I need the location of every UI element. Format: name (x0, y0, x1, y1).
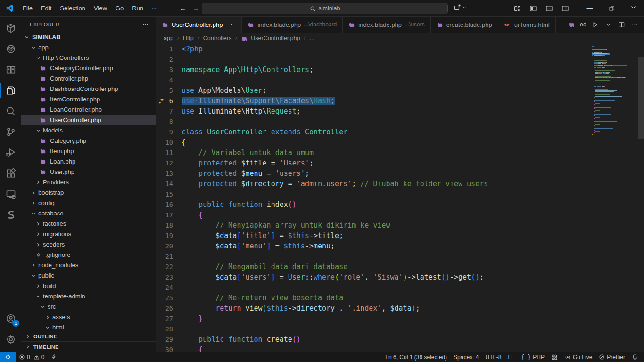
tree-item-controller.php[interactable]: Controller.php (21, 74, 156, 84)
ports-grid-icon[interactable] (548, 352, 561, 362)
activity-monkey-icon[interactable] (0, 39, 21, 59)
tree-item-migrations[interactable]: migrations (21, 229, 156, 239)
activity-book-icon[interactable] (0, 59, 21, 80)
tab-index.blade.php[interactable]: index.blade.php...\dashboard (242, 17, 343, 33)
tree-item-loancontroller.php[interactable]: LoanController.php (21, 105, 156, 115)
editor-scrollbar[interactable] (637, 44, 644, 352)
menu-item-more[interactable]: ⋯ (148, 3, 162, 14)
minimize-button[interactable]: — (579, 0, 601, 16)
menu-item-file[interactable]: File (18, 3, 37, 14)
split-editor-icon[interactable] (616, 19, 627, 30)
run-file-icon[interactable] (589, 19, 601, 30)
scrollbar-thumb[interactable] (638, 57, 644, 139)
tree-item-loan.php[interactable]: Loan.php (21, 156, 156, 167)
notifications-bell-icon[interactable] (628, 352, 641, 362)
tree-item-src[interactable]: src (21, 302, 156, 312)
eol-sequence[interactable]: LF (504, 352, 518, 362)
remote-indicator[interactable] (0, 352, 16, 362)
tree-item-.gitignore[interactable]: .gitignore (21, 250, 156, 260)
project-root-row[interactable]: SIMINLAB (21, 32, 156, 42)
minimap-line (594, 52, 599, 53)
tree-item-itemcontroller.php[interactable]: ItemController.php (21, 94, 156, 105)
tab-create.blade.php[interactable]: create.blade.php (431, 17, 498, 33)
explorer-more-actions-icon[interactable] (142, 21, 149, 28)
tree-item-bootstrap[interactable]: bootstrap (21, 188, 156, 198)
tree-item-config[interactable]: config (21, 198, 156, 208)
menu-item-view[interactable]: View (90, 3, 111, 14)
language-mode[interactable]: { } PHP (518, 352, 547, 362)
tab-index.blade.php[interactable]: index.blade.php...\users (343, 17, 431, 33)
tree-item-categorycontroller.php[interactable]: CategoryController.php (21, 63, 156, 74)
go-live-button[interactable]: Go Live (561, 352, 595, 362)
tree-item-assets[interactable]: assets (21, 312, 156, 322)
tree-item-html[interactable]: html (21, 322, 156, 331)
toggle-panel-icon[interactable] (541, 2, 557, 15)
activity-settings-gear-icon[interactable] (0, 329, 21, 350)
activity-container-icon[interactable] (0, 18, 21, 39)
line-text: { (182, 211, 203, 219)
customize-layout-icon[interactable] (509, 2, 525, 15)
close-window-button[interactable] (622, 0, 644, 16)
toggle-secondary-sidebar-icon[interactable] (557, 2, 573, 15)
menu-item-go[interactable]: Go (111, 3, 128, 14)
code-editor[interactable]: 1234567891011121314151617181920212223242… (156, 44, 644, 352)
more-actions-icon[interactable] (629, 19, 640, 30)
tree-item-providers[interactable]: Providers (21, 177, 156, 188)
tree-item-models[interactable]: Models (21, 125, 156, 136)
tree-item-build[interactable]: build (21, 281, 156, 291)
restore-button[interactable] (601, 0, 622, 16)
timeline-panel-header[interactable]: TIMELINE (21, 341, 156, 352)
tree-item-node-modules[interactable]: node_modules (21, 260, 156, 271)
forward-arrow-icon[interactable]: → (193, 4, 200, 12)
outline-panel-header[interactable]: OUTLINE (21, 331, 156, 341)
breadcrumb-item[interactable]: Controllers (203, 35, 231, 41)
close-icon[interactable] (228, 21, 236, 28)
tree-item-http-controllers[interactable]: Http \ Controllers (21, 53, 156, 63)
encoding[interactable]: UTF-8 (482, 352, 504, 362)
toggle-sidebar-icon[interactable] (525, 2, 541, 15)
tree-item-item.php[interactable]: Item.php (21, 146, 156, 156)
menu-item-selection[interactable]: Selection (56, 3, 89, 14)
code-line-26: return view($this->directory . '.index',… (182, 303, 590, 313)
new-window-button[interactable] (454, 4, 467, 11)
tree-item-database[interactable]: database (21, 208, 156, 219)
breadcrumb-item[interactable]: app (164, 35, 173, 41)
tree-item-app[interactable]: app (21, 42, 156, 53)
indentation[interactable]: Spaces: 4 (450, 352, 482, 362)
zap-status-icon[interactable] (48, 352, 60, 362)
minimap[interactable] (590, 44, 637, 352)
menu-item-run[interactable]: Run (128, 3, 148, 14)
breadcrumb-item[interactable]: Http (183, 35, 194, 41)
tab-usercontroller.php[interactable]: UserController.php (156, 17, 242, 33)
command-center-search[interactable]: siminlab (202, 3, 448, 14)
activity-s-extension-icon[interactable] (0, 205, 21, 225)
activity-remote-explorer-icon[interactable] (0, 184, 21, 205)
tab-ui-forms.html[interactable]: <>ui-forms.html (498, 17, 556, 33)
back-arrow-icon[interactable]: ← (179, 4, 186, 12)
activity-explorer-icon[interactable] (0, 80, 21, 101)
tree-item-factories[interactable]: factories (21, 219, 156, 229)
breadcrumb-item[interactable]: ... (309, 35, 314, 41)
tree-item-seeders[interactable]: seeders (21, 239, 156, 250)
minimap-line (611, 82, 614, 82)
indent-guide (199, 230, 199, 241)
tree-item-category.php[interactable]: Category.php (21, 136, 156, 146)
prettier-status[interactable]: Prettier (595, 352, 628, 362)
tree-item-usercontroller.php[interactable]: UserController.php (21, 115, 156, 125)
activity-extensions-icon[interactable] (0, 163, 21, 184)
tree-item-template-admin[interactable]: template-admin (21, 291, 156, 302)
activity-run-debug-icon[interactable] (0, 142, 21, 163)
menu-item-edit[interactable]: Edit (37, 3, 56, 14)
code-action-sparkle-icon[interactable] (158, 97, 165, 105)
activity-source-control-icon[interactable] (0, 122, 21, 142)
tree-item-public[interactable]: public (21, 271, 156, 281)
cursor-position[interactable]: Ln 6, Col 1 (36 selected) (382, 352, 450, 362)
activity-search-icon[interactable] (0, 101, 21, 122)
activity-account-icon[interactable]: 1 (0, 308, 21, 329)
tree-item-user.php[interactable]: User.php (21, 167, 156, 177)
line-number: 28 (156, 324, 182, 334)
problems-indicator[interactable]: 0 0 (16, 352, 48, 362)
run-dropdown-chevron-icon[interactable] (603, 19, 614, 30)
tree-item-dashboardcontroller.php[interactable]: DashboardController.php (21, 84, 156, 94)
breadcrumb-item[interactable]: UserController.php (251, 35, 300, 41)
